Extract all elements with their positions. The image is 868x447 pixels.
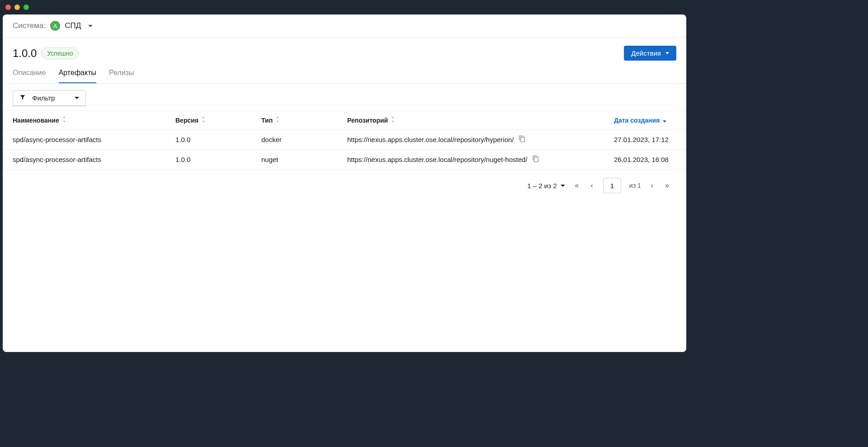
cell-created: 27.01.2023, 17:12 <box>614 136 686 143</box>
window-minimize-button[interactable] <box>14 5 20 10</box>
cell-name: spd/async-processor-artifacts <box>13 156 175 163</box>
pagination: 1 – 2 из 2 « ‹ из 1 › » <box>3 170 686 201</box>
column-header-name[interactable]: Наименование <box>13 116 175 124</box>
header-left: 1.0.0 Успешно <box>13 47 79 60</box>
cell-version: 1.0.0 <box>175 136 261 143</box>
sort-icon <box>275 116 280 124</box>
filter-icon <box>19 94 26 102</box>
window-close-button[interactable] <box>5 5 11 10</box>
cell-name: spd/async-processor-artifacts <box>13 136 175 143</box>
pagination-first-button[interactable]: « <box>573 180 581 191</box>
sort-icon <box>391 116 395 124</box>
column-header-repository[interactable]: Репозиторий <box>347 116 614 124</box>
system-badge: А <box>50 21 60 31</box>
pagination-next-button[interactable]: › <box>649 180 655 191</box>
column-header-type-label: Тип <box>261 117 273 124</box>
cell-version: 1.0.0 <box>175 156 261 163</box>
system-selector-bar: Система: А СПД <box>3 14 686 38</box>
sort-icon <box>201 116 206 124</box>
column-header-created[interactable]: Дата создания <box>614 116 686 124</box>
actions-button[interactable]: Действия <box>624 46 676 61</box>
chevron-down-icon <box>75 97 79 99</box>
table-row: spd/async-processor-artifacts 1.0.0 nuge… <box>3 150 686 170</box>
table-header-row: Наименование Версия Тип Репозиторий Дата… <box>3 111 686 130</box>
window-maximize-button[interactable] <box>24 5 29 10</box>
chevron-down-icon <box>665 52 669 54</box>
status-badge: Успешно <box>41 48 79 59</box>
repo-url: https://nexus.apps.cluster.ose.local/rep… <box>347 136 514 143</box>
titlebar <box>0 0 689 14</box>
cell-repository: https://nexus.apps.cluster.ose.local/rep… <box>347 135 614 144</box>
repo-url: https://nexus.apps.cluster.ose.local/rep… <box>347 156 528 163</box>
window-frame: Система: А СПД 1.0.0 Успешно Действия Оп… <box>0 0 689 355</box>
actions-button-label: Действия <box>631 49 661 57</box>
table-toolbar: Фильтр <box>3 84 686 110</box>
column-header-repository-label: Репозиторий <box>347 117 388 124</box>
pagination-page-input[interactable] <box>603 178 621 193</box>
cell-type: docker <box>261 136 347 143</box>
system-label: Система: <box>13 21 46 30</box>
column-header-created-label: Дата создания <box>614 117 660 124</box>
column-header-version[interactable]: Версия <box>175 116 261 124</box>
cell-created: 26.01.2023, 16:08 <box>614 156 686 163</box>
copy-icon[interactable] <box>519 135 526 144</box>
tabs: Описание Артефакты Релизы <box>3 61 686 84</box>
artifacts-table: Наименование Версия Тип Репозиторий Дата… <box>3 110 686 170</box>
tab-artifacts[interactable]: Артефакты <box>59 69 96 83</box>
app-content: Система: А СПД 1.0.0 Успешно Действия Оп… <box>3 14 686 352</box>
page-title: 1.0.0 <box>13 47 37 60</box>
column-header-version-label: Версия <box>175 117 198 124</box>
table-row: spd/async-processor-artifacts 1.0.0 dock… <box>3 130 686 150</box>
column-header-type[interactable]: Тип <box>261 116 347 124</box>
cell-type: nuget <box>261 156 347 163</box>
filter-button[interactable]: Фильтр <box>13 90 86 106</box>
pagination-range-text: 1 – 2 из 2 <box>527 182 557 190</box>
column-header-name-label: Наименование <box>13 117 59 124</box>
system-name: СПД <box>65 21 81 30</box>
tab-description[interactable]: Описание <box>13 69 46 83</box>
sort-icon <box>62 116 66 124</box>
filter-label: Фильтр <box>32 94 55 102</box>
tab-releases[interactable]: Релизы <box>109 69 134 83</box>
pagination-last-button[interactable]: » <box>663 180 671 191</box>
chevron-down-icon[interactable] <box>88 25 93 27</box>
page-header: 1.0.0 Успешно Действия <box>3 38 686 61</box>
pagination-prev-button[interactable]: ‹ <box>589 180 595 191</box>
chevron-down-icon <box>561 185 565 187</box>
pagination-range[interactable]: 1 – 2 из 2 <box>527 182 565 190</box>
cell-repository: https://nexus.apps.cluster.ose.local/rep… <box>347 155 614 164</box>
pagination-of-label: из 1 <box>629 182 641 189</box>
copy-icon[interactable] <box>532 155 539 164</box>
sort-desc-icon <box>662 116 667 124</box>
